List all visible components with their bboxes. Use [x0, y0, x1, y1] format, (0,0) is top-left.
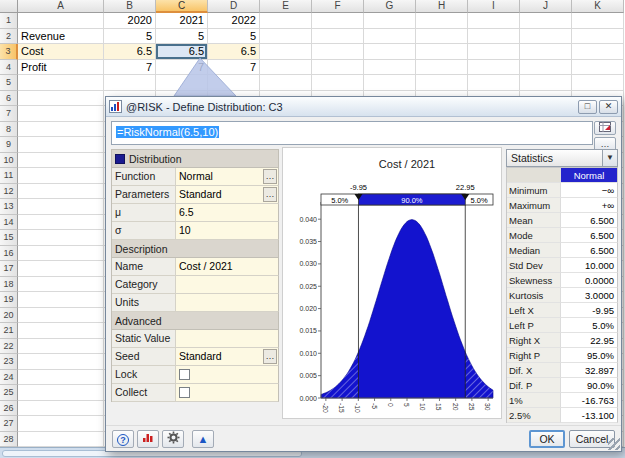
select-all-corner[interactable]	[0, 0, 18, 13]
cell-A18[interactable]	[18, 277, 104, 293]
row-header-24[interactable]: 24	[0, 370, 18, 386]
cell-K3[interactable]	[572, 44, 624, 60]
cell-A5[interactable]	[18, 75, 104, 91]
cell-A25[interactable]	[18, 385, 104, 401]
row-header-2[interactable]: 2	[0, 29, 18, 45]
cell-A27[interactable]	[18, 416, 104, 432]
row-header-16[interactable]: 16	[0, 246, 18, 262]
row-header-23[interactable]: 23	[0, 354, 18, 370]
dialog-titlebar[interactable]: @RISK - Define Distribution: C3 □ ✕	[106, 97, 621, 117]
checkbox[interactable]	[179, 369, 190, 380]
cell-B3[interactable]: 6.5	[104, 44, 156, 60]
checkbox[interactable]	[179, 387, 190, 398]
cell-H2[interactable]	[416, 29, 468, 45]
row-header-4[interactable]: 4	[0, 60, 18, 76]
parameter-value-field[interactable]	[176, 366, 279, 384]
column-header-I[interactable]: I	[468, 0, 520, 13]
row-header-25[interactable]: 25	[0, 385, 18, 401]
cell-H3[interactable]	[416, 44, 468, 60]
row-header-18[interactable]: 18	[0, 277, 18, 293]
cell-A10[interactable]	[18, 153, 104, 169]
cell-reference-button[interactable]	[594, 121, 616, 135]
cell-D2[interactable]: 5	[208, 29, 260, 45]
row-header-5[interactable]: 5	[0, 75, 18, 91]
parameter-value-field[interactable]: Standard…	[176, 348, 279, 366]
column-header-H[interactable]: H	[416, 0, 468, 13]
cell-A8[interactable]	[18, 122, 104, 138]
cell-E5[interactable]	[260, 75, 312, 91]
row-header-15[interactable]: 15	[0, 230, 18, 246]
cell-I2[interactable]	[468, 29, 520, 45]
ok-button[interactable]: OK	[529, 430, 565, 448]
cell-G1[interactable]	[364, 13, 416, 29]
cell-A2[interactable]: Revenue	[18, 29, 104, 45]
row-header-27[interactable]: 27	[0, 416, 18, 432]
row-header-10[interactable]: 10	[0, 153, 18, 169]
maximize-button[interactable]: □	[578, 100, 597, 114]
cell-E3[interactable]	[260, 44, 312, 60]
cell-K1[interactable]	[572, 13, 624, 29]
formula-input[interactable]: =RiskNormal(6.5,10)	[111, 121, 593, 145]
more-options-button[interactable]: …	[263, 169, 277, 184]
resize-grip[interactable]	[608, 438, 620, 450]
column-header-A[interactable]: A	[18, 0, 104, 13]
cell-A16[interactable]	[18, 246, 104, 262]
statistics-dropdown[interactable]: Statistics ▼	[506, 149, 618, 167]
cell-G3[interactable]	[364, 44, 416, 60]
cell-A19[interactable]	[18, 292, 104, 308]
parameter-value-field[interactable]: 10	[176, 222, 279, 240]
column-header-J[interactable]: J	[520, 0, 572, 13]
cell-A1[interactable]	[18, 13, 104, 29]
row-header-20[interactable]: 20	[0, 308, 18, 324]
cell-G4[interactable]	[364, 60, 416, 76]
cell-A14[interactable]	[18, 215, 104, 231]
cell-E2[interactable]	[260, 29, 312, 45]
column-header-G[interactable]: G	[364, 0, 416, 13]
close-button[interactable]: ✕	[599, 100, 618, 114]
cell-A11[interactable]	[18, 168, 104, 184]
cell-A15[interactable]	[18, 230, 104, 246]
column-header-F[interactable]: F	[312, 0, 364, 13]
row-header-11[interactable]: 11	[0, 168, 18, 184]
cell-B5[interactable]	[104, 75, 156, 91]
cell-A22[interactable]	[18, 339, 104, 355]
cell-E1[interactable]	[260, 13, 312, 29]
settings-gear-button[interactable]	[162, 430, 184, 448]
cell-I5[interactable]	[468, 75, 520, 91]
row-header-1[interactable]: 1	[0, 13, 18, 29]
cell-K2[interactable]	[572, 29, 624, 45]
row-header-8[interactable]: 8	[0, 122, 18, 138]
row-header-6[interactable]: 6	[0, 91, 18, 107]
row-header-21[interactable]: 21	[0, 323, 18, 339]
row-header-14[interactable]: 14	[0, 215, 18, 231]
cell-C1[interactable]: 2021	[156, 13, 208, 29]
cell-A26[interactable]	[18, 401, 104, 417]
cell-B2[interactable]: 5	[104, 29, 156, 45]
cell-B4[interactable]: 7	[104, 60, 156, 76]
row-header-19[interactable]: 19	[0, 292, 18, 308]
cell-I4[interactable]	[468, 60, 520, 76]
cell-H5[interactable]	[416, 75, 468, 91]
cell-J4[interactable]	[520, 60, 572, 76]
row-header-7[interactable]: 7	[0, 106, 18, 122]
cell-G5[interactable]	[364, 75, 416, 91]
cell-A7[interactable]	[18, 106, 104, 122]
cell-A20[interactable]	[18, 308, 104, 324]
cell-A4[interactable]: Profit	[18, 60, 104, 76]
column-header-E[interactable]: E	[260, 0, 312, 13]
row-header-26[interactable]: 26	[0, 401, 18, 417]
cell-K4[interactable]	[572, 60, 624, 76]
column-header-K[interactable]: K	[572, 0, 624, 13]
row-header-12[interactable]: 12	[0, 184, 18, 200]
help-button[interactable]: ?	[112, 430, 134, 448]
row-header-28[interactable]: 28	[0, 432, 18, 448]
row-header-9[interactable]: 9	[0, 137, 18, 153]
cell-C2[interactable]: 5	[156, 29, 208, 45]
cell-A21[interactable]	[18, 323, 104, 339]
cell-F4[interactable]	[312, 60, 364, 76]
cell-A24[interactable]	[18, 370, 104, 386]
more-options-button[interactable]: …	[263, 187, 277, 202]
parameter-value-field[interactable]	[176, 330, 279, 348]
column-header-C[interactable]: C	[156, 0, 208, 13]
parameter-value-field[interactable]: Cost / 2021	[176, 258, 279, 276]
